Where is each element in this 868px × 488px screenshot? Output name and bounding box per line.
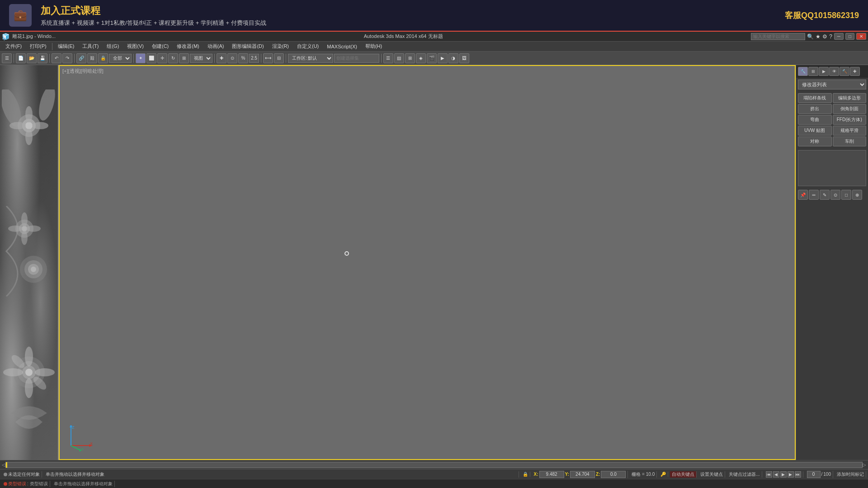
eye-icon[interactable]: ⊙ [830,190,840,200]
star-icon[interactable]: ★ [816,33,821,40]
workspace-select[interactable]: 工作区: 默认 [288,54,333,63]
menu-render[interactable]: 渲染(R) [269,42,292,51]
bottom-hint: 单击并拖动以选择并移动对象 [52,481,115,487]
key-icon-btn[interactable]: 🔑 [659,472,668,477]
undo-btn[interactable]: ↶ [52,53,61,63]
edit-icon[interactable]: ✎ [820,190,830,200]
menu-help[interactable]: 帮助(H) [362,42,386,51]
time-tag[interactable]: 添加时间标记 [835,471,866,478]
set-key-btn[interactable]: 设置关键点 [698,471,725,478]
settings-icon[interactable]: ⚙ [822,33,827,40]
prev-frame-btn[interactable]: ◀ [773,471,779,478]
delete-icon[interactable]: □ [841,190,851,200]
banner-qq[interactable]: 客服QQ1015862319 [785,10,859,21]
active-shade-btn[interactable]: ◑ [448,53,458,63]
menu-print[interactable]: 打印(P) [26,42,50,51]
angle-snap-btn[interactable]: ⊙ [227,53,237,63]
toolbar-menu-btn[interactable]: ☰ [2,53,12,63]
panel-tab-motion[interactable]: ▶ [819,67,829,76]
edit-poly-btn[interactable]: 编辑多边形 [833,93,867,103]
menu-graph-editor[interactable]: 图形编辑器(D) [228,42,267,51]
bevel-profile-btn[interactable]: 倒角剖面 [833,104,867,114]
bend-btn[interactable]: 弯曲 [798,115,832,125]
save-btn[interactable]: 💾 [38,53,47,63]
uvw-map-btn[interactable]: UVW 贴图 [798,126,832,136]
panel-tab-hierarchy[interactable]: ⊞ [808,67,818,76]
list-icon[interactable]: ═ [809,190,819,200]
select-region-btn[interactable]: ⬜ [146,53,156,63]
viewport[interactable]: [+][透视][明暗处理] X Z Y [59,65,796,460]
goto-end-btn[interactable]: ⏭ [795,471,801,478]
rotate-btn[interactable]: ↻ [168,53,178,63]
ffd-btn[interactable]: FFD(长方体) [833,115,867,125]
auto-key-btn[interactable]: 自动关键点 [670,471,697,478]
timeline-track[interactable] [5,462,863,468]
snap-btn[interactable]: ✚ [217,53,226,63]
spline-collapse-btn[interactable]: 塌陷样条线 [798,93,832,103]
key-filter-btn[interactable]: 关键点过滤器... [727,471,762,478]
menu-tools[interactable]: 工具(T) [79,42,102,51]
mirror-btn[interactable]: ⟷ [263,53,273,63]
layer-btn[interactable]: ☰ [383,53,393,63]
y-value[interactable]: 24.704 [570,471,595,478]
toolbar-sep-4 [133,54,134,63]
menu-view[interactable]: 视图(V) [123,42,147,51]
panel-tab-modify[interactable]: 🔧 [798,67,808,76]
lathe-btn[interactable]: 车削 [833,136,867,146]
selection-mode-select[interactable]: 全部 [109,54,132,63]
move-btn[interactable]: ✛ [157,53,167,63]
menu-group[interactable]: 组(G) [103,42,123,51]
menu-modifier[interactable]: 修改器(M) [173,42,203,51]
search-icon[interactable]: 🔍 [807,33,814,40]
selection-set-input[interactable] [334,54,379,63]
link-btn[interactable]: 🔗 [76,53,86,63]
menu-edit[interactable]: 编辑(E) [54,42,78,51]
play-btn[interactable]: ▶ [780,471,787,478]
lock-icon[interactable]: 🔒 [521,472,530,477]
bind-btn[interactable]: 🔒 [98,53,108,63]
percent-snap-btn[interactable]: % [238,53,248,63]
help-icon[interactable]: ? [829,33,832,40]
svg-point-7 [9,122,26,129]
align-btn[interactable]: ⊟ [274,53,284,63]
close-button[interactable]: ✕ [856,33,866,40]
extrude-btn[interactable]: 挤出 [798,104,832,114]
new-btn[interactable]: 📄 [16,53,26,63]
render-btn[interactable]: ▶ [438,53,448,63]
add-icon[interactable]: ⊕ [852,190,862,200]
menu-create[interactable]: 创建(C) [148,42,172,51]
svg-point-13 [21,230,28,245]
redo-btn[interactable]: ↷ [62,53,72,63]
meshsmooth-btn[interactable]: 规格平滑 [833,126,867,136]
pin-icon[interactable]: 📌 [798,190,808,200]
goto-start-btn[interactable]: ⏮ [766,471,772,478]
material-btn[interactable]: ◈ [416,53,426,63]
modifier-list-dropdown[interactable]: 修改器列表 [798,80,866,89]
panel-tab-utilities[interactable]: 🔨 [840,67,849,76]
render-frame-btn[interactable]: 🖼 [459,53,469,63]
next-frame-btn[interactable]: ▶ [788,471,794,478]
open-btn[interactable]: 📂 [27,53,37,63]
x-value[interactable]: 9.482 [539,471,564,478]
render-setup-btn[interactable]: 🎬 [427,53,437,63]
floral-top [2,89,56,157]
menu-maxscript[interactable]: MAXScript(X) [323,43,361,50]
schematic-btn[interactable]: ⊞ [405,53,415,63]
menu-file[interactable]: 文件(F) [2,42,25,51]
maximize-button[interactable]: □ [845,33,854,40]
unlink-btn[interactable]: ⛓ [87,53,97,63]
panel-tab-create[interactable]: ✚ [850,67,860,76]
minimize-button[interactable]: ─ [834,33,844,40]
menu-animation[interactable]: 动画(A) [204,42,228,51]
error-detail-label: : 类型错误 [27,481,48,487]
symmetry-btn[interactable]: 对称 [798,136,832,146]
search-input[interactable] [751,33,805,40]
select-btn[interactable]: ✦ [136,53,146,63]
scale-btn[interactable]: ⊞ [179,53,189,63]
menu-customize[interactable]: 自定义(U) [293,42,322,51]
ribbon-btn[interactable]: ▤ [394,53,404,63]
viewport-select[interactable]: 视图 [190,54,212,63]
z-value[interactable]: 0.0 [601,471,626,478]
current-frame[interactable]: 0 [807,471,821,478]
panel-tab-display[interactable]: 👁 [829,67,839,76]
